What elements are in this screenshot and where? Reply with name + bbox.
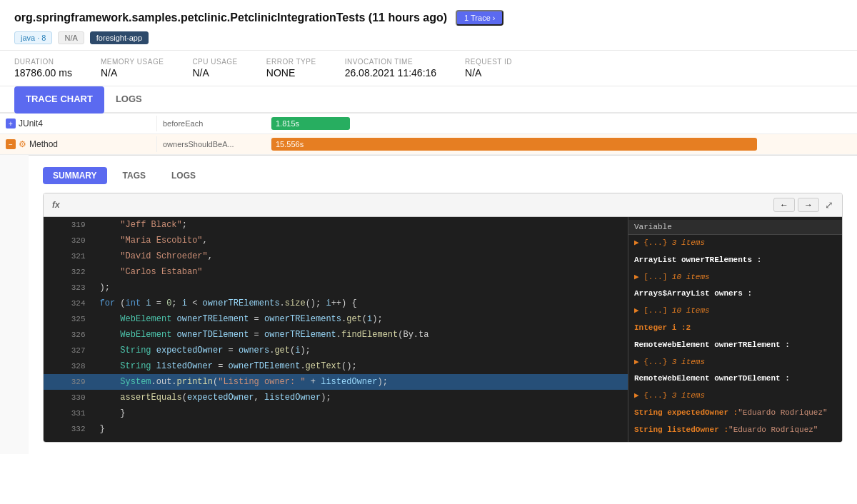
code-table: 319 "Jeff Black"; 320 "Maria Escobito", … — [44, 217, 628, 437]
metric-request-id-value: N/A — [465, 67, 512, 79]
code-panel: fx ← → ⤢ 319 "Jeff Black"; — [43, 193, 843, 443]
method-label: Method — [29, 139, 58, 149]
code-line-326: 326 WebElement ownerTDElement = ownerTRE… — [44, 327, 628, 343]
code-line-332: 332 } — [44, 421, 628, 437]
arrow-right-button[interactable]: → — [798, 198, 819, 212]
metric-memory-value: N/A — [101, 67, 164, 79]
trace-row-junit4[interactable]: + JUnit4 beforeEach 1.815s — [0, 114, 857, 134]
metric-duration-value: 18786.00 ms — [14, 67, 72, 79]
test-title-text: org.springframework.samples.petclinic.Pe… — [14, 11, 447, 24]
expand-junit4-icon[interactable]: + — [6, 119, 16, 128]
var-row-expected: String expectedOwner :"Eduardo Rodriquez… — [628, 405, 842, 422]
metric-memory: MEMORY USAGE N/A — [101, 58, 164, 79]
code-line-323: 323 ); — [44, 280, 628, 296]
trace-row-junit4-op: beforeEach — [157, 116, 271, 131]
metric-duration: DURATION 18786.00 ms — [14, 58, 72, 79]
junit4-label: JUnit4 — [19, 119, 43, 128]
code-content: 319 "Jeff Black"; 320 "Maria Escobito", … — [44, 217, 842, 442]
var-row-2: ArrayList ownerTRElements : — [628, 252, 842, 269]
var-row-integer: Integer i :2 — [628, 320, 842, 337]
code-line-331: 331 } — [44, 405, 628, 421]
metric-request-id: REQUEST ID N/A — [465, 58, 512, 79]
junit4-bar: 1.815s — [271, 117, 350, 130]
tab-trace-chart[interactable]: TRACE CHART — [14, 86, 104, 114]
var-row-8: RemoteWebElement ownerTDElement : — [628, 371, 842, 388]
var-row-5: ▶ [...] 10 items — [628, 303, 842, 320]
code-lines: 319 "Jeff Black"; 320 "Maria Escobito", … — [44, 217, 628, 442]
code-line-321: 321 "David Schroeder", — [44, 248, 628, 264]
variable-panel: Variable ▶ {...} 3 items ArrayList owner… — [628, 217, 842, 442]
detail-tab-bar: SUMMARY TAGS LOGS — [43, 167, 843, 184]
code-line-319: 319 "Jeff Black"; — [44, 217, 628, 233]
method-gear-icon: ⚙ — [19, 139, 26, 149]
metric-invocation: INVOCATION TIME 26.08.2021 11:46:16 — [345, 58, 436, 79]
code-line-324: 324 for (int i = 0; i < ownerTRElements.… — [44, 296, 628, 311]
trace-row-method-op: ownersShouldBeA... — [157, 137, 271, 151]
metric-error-type-label: ERROR TYPE — [266, 58, 316, 66]
metrics-row: DURATION 18786.00 ms MEMORY USAGE N/A CP… — [0, 51, 857, 86]
metric-invocation-label: INVOCATION TIME — [345, 58, 436, 66]
code-line-325: 325 WebElement ownerTRElement = ownerTRE… — [44, 311, 628, 327]
trace-row-method[interactable]: − ⚙ Method ownersShouldBeA... 15.556s — [0, 134, 857, 155]
code-line-327: 327 String expectedOwner = owners.get(i)… — [44, 343, 628, 358]
detail-tab-logs[interactable]: LOGS — [161, 167, 206, 184]
test-title-row: org.springframework.samples.petclinic.Pe… — [14, 10, 843, 26]
var-row-listed: String listedOwner :"Eduardo Rodriquez" — [628, 422, 842, 439]
code-line-329: 329 System.out.println("Listing owner: "… — [44, 374, 628, 390]
trace-row-method-timeline: 15.556s — [271, 134, 857, 154]
variable-panel-header: Variable — [628, 220, 842, 235]
detail-panel: SUMMARY TAGS LOGS fx ← → ⤢ — [29, 155, 857, 454]
fx-label: fx — [52, 200, 60, 210]
metric-duration-label: DURATION — [14, 58, 72, 66]
page-header: org.springframework.samples.petclinic.Pe… — [0, 0, 857, 51]
main-tab-bar: TRACE CHART LOGS — [0, 86, 857, 114]
collapse-method-icon[interactable]: − — [6, 139, 16, 149]
metric-error-type: ERROR TYPE NONE — [266, 58, 316, 79]
var-row-9: ▶ {...} 3 items — [628, 388, 842, 405]
code-line-330: 330 assertEquals(expectedOwner, listedOw… — [44, 390, 628, 405]
metric-memory-label: MEMORY USAGE — [101, 58, 164, 66]
nav-arrows: ← → — [773, 198, 819, 212]
tag-java: java · 8 — [14, 31, 52, 44]
var-row-6: RemoteWebElement ownerTRElement : — [628, 337, 842, 354]
trace-area: + JUnit4 beforeEach 1.815s − ⚙ Method ow… — [0, 114, 857, 454]
metric-error-type-value: NONE — [266, 67, 316, 79]
var-row-7: ▶ {...} 3 items — [628, 354, 842, 371]
trace-row-junit4-name: + JUnit4 — [0, 116, 157, 131]
detail-tab-summary[interactable]: SUMMARY — [43, 167, 107, 184]
code-panel-header: fx ← → ⤢ — [44, 193, 842, 217]
var-row-3: ▶ [...] 10 items — [628, 269, 842, 286]
metric-request-id-label: REQUEST ID — [465, 58, 512, 66]
code-line-320: 320 "Maria Escobito", — [44, 233, 628, 248]
detail-tab-tags[interactable]: TAGS — [113, 167, 156, 184]
expand-icon[interactable]: ⤢ — [825, 199, 833, 211]
metric-cpu: CPU USAGE N/A — [192, 58, 237, 79]
tab-logs[interactable]: LOGS — [104, 86, 154, 114]
trace-row-junit4-timeline: 1.815s — [271, 114, 857, 133]
trace-row-method-name: − ⚙ Method — [0, 136, 157, 152]
metric-cpu-value: N/A — [192, 67, 237, 79]
trace-badge-button[interactable]: 1 Trace › — [456, 10, 503, 26]
tags-row: java · 8 N/A foresight-app — [14, 31, 843, 44]
var-row-4: Arrays$ArrayList owners : — [628, 286, 842, 303]
code-line-322: 322 "Carlos Estaban" — [44, 264, 628, 280]
metric-cpu-label: CPU USAGE — [192, 58, 237, 66]
metric-invocation-value: 26.08.2021 11:46:16 — [345, 67, 436, 79]
method-bar: 15.556s — [271, 138, 757, 151]
tag-app: foresight-app — [90, 31, 149, 44]
arrow-left-button[interactable]: ← — [773, 198, 795, 212]
var-row-1: ▶ {...} 3 items — [628, 235, 842, 252]
tag-na: N/A — [58, 31, 84, 44]
code-line-328: 328 String listedOwner = ownerTDElement.… — [44, 358, 628, 374]
